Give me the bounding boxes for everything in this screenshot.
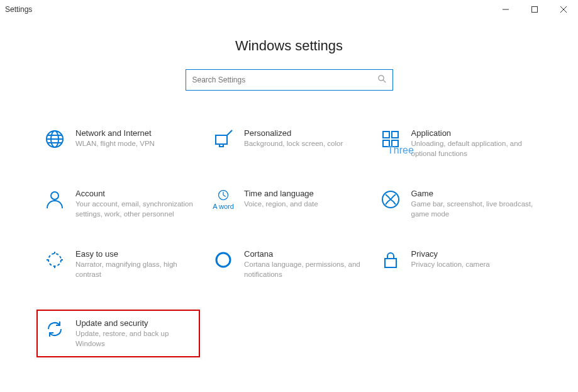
cortana-icon	[213, 249, 234, 271]
tile-title: Network and Internet	[75, 128, 200, 138]
tile-ease-of-access[interactable]: Easy to use Narrator, magnifying glass, …	[44, 249, 200, 279]
search-input[interactable]	[192, 76, 372, 84]
settings-grid: Network and Internet WLAN, flight mode, …	[44, 128, 534, 357]
xbox-icon	[380, 189, 401, 210]
maximize-icon	[531, 6, 538, 13]
window-controls	[491, 0, 578, 19]
tile-text: Personalized Background, lock screen, co…	[244, 128, 367, 149]
tile-sub: WLAN, flight mode, VPN	[75, 139, 200, 149]
svg-rect-1	[532, 7, 538, 13]
person-icon	[44, 189, 65, 210]
tile-text: Update and security Update, restore, and…	[75, 318, 192, 349]
tile-title: Update and security	[75, 318, 192, 328]
tile-text: Network and Internet WLAN, flight mode, …	[75, 128, 200, 149]
tile-sub: Voice, region, and date	[244, 199, 367, 210]
tile-sub: Update, restore, and back up Windows	[75, 329, 192, 349]
tile-sub: Unloading, default application, and opti…	[411, 139, 535, 159]
tile-text: Privacy Privacy location, camera	[411, 249, 535, 270]
tile-sub: Background, lock screen, color	[244, 139, 367, 149]
tile-update-security[interactable]: Update and security Update, restore, and…	[36, 310, 200, 357]
tile-game[interactable]: Game Game bar, screenshot, live broadcas…	[380, 189, 535, 219]
tile-sub: Your account, email, synchronization set…	[75, 199, 200, 219]
tile-cortana[interactable]: Cortana Cortana language, permissions, a…	[213, 249, 367, 279]
search-box[interactable]	[186, 69, 393, 91]
svg-rect-14	[383, 132, 389, 138]
tile-title: Account	[75, 189, 200, 198]
clock-language-icon: A word	[213, 189, 234, 210]
search-wrap	[0, 69, 578, 91]
lock-icon	[380, 249, 401, 271]
svg-rect-25	[385, 259, 396, 267]
svg-line-5	[383, 80, 386, 82]
tile-account[interactable]: Account Your account, email, synchroniza…	[44, 189, 200, 219]
tile-title: Time and language	[244, 189, 367, 198]
tile-sub: Privacy location, camera	[411, 260, 535, 270]
tile-title: Easy to use	[75, 249, 200, 259]
tile-badge: A word	[213, 203, 234, 210]
tile-text: Cortana Cortana language, permissions, a…	[244, 249, 367, 279]
page-title: Windows settings	[0, 38, 578, 54]
tile-text: Time and language Voice, region, and dat…	[244, 189, 367, 210]
tile-text: Account Your account, email, synchroniza…	[75, 189, 200, 219]
minimize-button[interactable]	[491, 0, 520, 19]
tile-sub: Narrator, magnifying glass, high contras…	[75, 260, 200, 279]
tile-network[interactable]: Network and Internet WLAN, flight mode, …	[44, 128, 200, 159]
svg-rect-13	[220, 144, 223, 147]
tile-sub: Game bar, screenshot, live broadcast, ga…	[411, 199, 535, 219]
globe-icon	[44, 128, 65, 150]
svg-point-18	[51, 192, 58, 199]
svg-point-24	[216, 253, 230, 267]
close-icon	[560, 6, 567, 13]
update-icon	[44, 318, 65, 340]
svg-line-12	[227, 130, 232, 135]
paint-icon	[213, 128, 234, 150]
tile-privacy[interactable]: Privacy Privacy location, camera	[380, 249, 535, 279]
svg-rect-15	[392, 132, 398, 138]
minimize-icon	[503, 6, 509, 13]
tile-text: Application Unloading, default applicati…	[411, 128, 535, 159]
titlebar: Settings	[0, 0, 578, 19]
tile-text: Game Game bar, screenshot, live broadcas…	[411, 189, 535, 219]
tile-time-language[interactable]: A word Time and language Voice, region, …	[213, 189, 367, 219]
svg-rect-11	[216, 135, 227, 144]
close-button[interactable]	[549, 0, 578, 19]
maximize-button[interactable]	[520, 0, 549, 19]
svg-point-4	[378, 76, 383, 81]
svg-point-23	[48, 254, 61, 266]
tile-title: Game	[411, 189, 535, 198]
search-icon	[377, 74, 386, 86]
tile-sub: Cortana language, permissions, and notif…	[244, 260, 367, 279]
svg-line-21	[223, 195, 226, 197]
tile-personalization[interactable]: Personalized Background, lock screen, co…	[213, 128, 367, 159]
tile-text: Easy to use Narrator, magnifying glass, …	[75, 249, 200, 279]
tile-title: Privacy	[411, 249, 535, 259]
watermark-three: Three	[387, 145, 414, 156]
tile-title: Application	[411, 128, 535, 138]
tile-title: Personalized	[244, 128, 367, 138]
ease-icon	[44, 249, 65, 271]
tile-title: Cortana	[244, 249, 367, 259]
window-title: Settings	[5, 5, 32, 14]
